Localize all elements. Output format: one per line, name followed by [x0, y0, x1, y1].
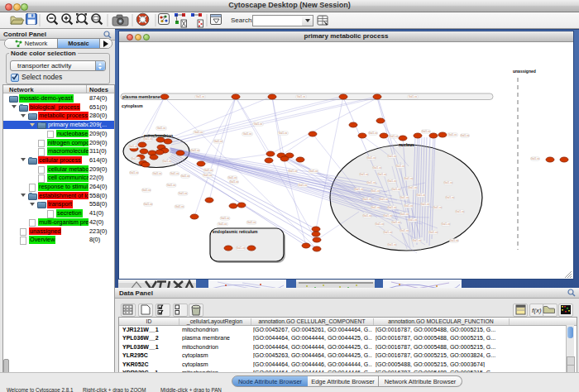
svg-text:Gal1-xx: Gal1-xx: [204, 169, 213, 172]
svg-text:Gal1-xx: Gal1-xx: [404, 204, 414, 208]
svg-text:Gal1-xx: Gal1-xx: [228, 176, 237, 179]
svg-text:plasma membrane: plasma membrane: [122, 94, 160, 99]
svg-text:Gal1-xx: Gal1-xx: [388, 179, 397, 183]
svg-text:Gal1-xx: Gal1-xx: [367, 156, 376, 160]
svg-text:Gal1-xx: Gal1-xx: [384, 214, 393, 218]
svg-text:Gal1-xx: Gal1-xx: [392, 221, 401, 224]
svg-text:Gal1-xx: Gal1-xx: [384, 231, 393, 234]
svg-text:Gal1-xx: Gal1-xx: [247, 221, 256, 224]
svg-text:Gal1-xx: Gal1-xx: [429, 231, 438, 234]
svg-text:Gal1-xx: Gal1-xx: [442, 222, 451, 226]
svg-text:Gal1-xx: Gal1-xx: [144, 203, 153, 206]
svg-text:endoplasmic reticulum: endoplasmic reticulum: [213, 229, 258, 234]
svg-text:Gal1-xx: Gal1-xx: [373, 166, 382, 170]
svg-text:Gal1-xx: Gal1-xx: [369, 131, 378, 135]
svg-text:Gal1-xx: Gal1-xx: [400, 229, 409, 232]
svg-text:Gal1-xx: Gal1-xx: [531, 157, 540, 160]
svg-text:Gal1-xx: Gal1-xx: [230, 180, 239, 184]
svg-text:Gal1-xx: Gal1-xx: [388, 243, 397, 246]
svg-text:Gal1-xx: Gal1-xx: [254, 122, 263, 126]
svg-text:Gal1-xx: Gal1-xx: [409, 186, 418, 189]
svg-text:Gal1-xx: Gal1-xx: [299, 184, 308, 187]
svg-text:Gal1-xx: Gal1-xx: [132, 157, 141, 160]
svg-text:Gal1-xx: Gal1-xx: [129, 145, 138, 148]
svg-text:Gal1-xx: Gal1-xx: [144, 137, 153, 141]
svg-text:Gal1-xx: Gal1-xx: [400, 213, 409, 216]
svg-text:Gal1-xx: Gal1-xx: [450, 239, 459, 242]
svg-text:Gal1-xx: Gal1-xx: [360, 173, 369, 176]
svg-text:Gal1-xx: Gal1-xx: [433, 206, 443, 209]
svg-text:Gal1-xx: Gal1-xx: [444, 181, 453, 184]
svg-text:Gal1-xx: Gal1-xx: [380, 198, 389, 201]
svg-text:Gal1-xx: Gal1-xx: [196, 95, 205, 98]
svg-text:Gal1-xx: Gal1-xx: [376, 222, 385, 226]
svg-text:Gal1-xx: Gal1-xx: [461, 134, 470, 137]
svg-text:Gal1-xx: Gal1-xx: [163, 160, 172, 163]
svg-text:Gal1-xx: Gal1-xx: [289, 170, 298, 173]
svg-text:Gal1-xx: Gal1-xx: [243, 132, 252, 136]
svg-text:Gal1-xx: Gal1-xx: [167, 184, 176, 187]
svg-text:Gal1-xx: Gal1-xx: [363, 198, 372, 201]
svg-text:Gal1-xx: Gal1-xx: [448, 133, 457, 136]
svg-text:Gal1-xx: Gal1-xx: [170, 172, 179, 175]
svg-text:Gal1-xx: Gal1-xx: [422, 130, 431, 133]
svg-text:Gal1-xx: Gal1-xx: [153, 172, 162, 175]
svg-text:Gal1-xx: Gal1-xx: [396, 165, 405, 168]
svg-text:Gal1-xx: Gal1-xx: [390, 135, 399, 138]
svg-text:unassigned: unassigned: [513, 69, 536, 74]
svg-text:Gal1-xx: Gal1-xx: [367, 181, 376, 184]
svg-text:Gal1-xx: Gal1-xx: [388, 155, 397, 158]
svg-text:Gal1-xx: Gal1-xx: [456, 210, 465, 213]
svg-text:Gal1-xx: Gal1-xx: [413, 239, 422, 242]
svg-text:Gal1-xx: Gal1-xx: [214, 140, 223, 143]
svg-text:Gal1-xx: Gal1-xx: [421, 203, 430, 206]
svg-text:Gal1-xx: Gal1-xx: [400, 196, 409, 199]
svg-text:Gal1-xx: Gal1-xx: [130, 171, 139, 174]
svg-text:Gal1-xx: Gal1-xx: [181, 174, 190, 178]
svg-text:Gal1-xx: Gal1-xx: [309, 170, 318, 173]
svg-text:nucleus: nucleus: [399, 142, 414, 147]
svg-text:Gal1-xx: Gal1-xx: [363, 214, 372, 218]
svg-text:Gal1-xx: Gal1-xx: [194, 131, 203, 134]
svg-text:Gal1-xx: Gal1-xx: [297, 95, 306, 98]
svg-text:Gal1-xx: Gal1-xx: [279, 131, 288, 135]
svg-text:cytoplasm: cytoplasm: [122, 103, 143, 108]
svg-text:Gal1-xx: Gal1-xx: [203, 174, 213, 177]
svg-text:Gal1-xx: Gal1-xx: [417, 194, 426, 197]
svg-text:Gal1-xx: Gal1-xx: [409, 95, 418, 98]
svg-text:Gal1-xx: Gal1-xx: [221, 217, 230, 220]
svg-text:Gal1-xx: Gal1-xx: [388, 206, 397, 209]
svg-text:Gal1-xx: Gal1-xx: [175, 205, 184, 208]
svg-text:Gal1-xx: Gal1-xx: [157, 127, 166, 130]
svg-text:Gal1-xx: Gal1-xx: [446, 196, 455, 199]
svg-text:Gal1-xx: Gal1-xx: [218, 222, 227, 226]
svg-text:Gal1-xx: Gal1-xx: [409, 218, 418, 222]
svg-text:Gal1-xx: Gal1-xx: [355, 188, 364, 191]
svg-text:Gal1-xx: Gal1-xx: [142, 189, 151, 192]
svg-text:Gal1-xx: Gal1-xx: [237, 246, 246, 250]
svg-text:Gal1-xx: Gal1-xx: [371, 189, 380, 193]
svg-text:f(x): f(x): [532, 307, 542, 314]
svg-text:Gal1-xx: Gal1-xx: [371, 206, 380, 209]
svg-text:Gal1-xx: Gal1-xx: [191, 149, 200, 152]
svg-text:Gal1-xx: Gal1-xx: [392, 188, 401, 191]
svg-text:Gal1-xx: Gal1-xx: [179, 192, 188, 195]
svg-text:Gal1-xx: Gal1-xx: [378, 173, 387, 176]
svg-text:Gal1-xx: Gal1-xx: [404, 177, 414, 180]
